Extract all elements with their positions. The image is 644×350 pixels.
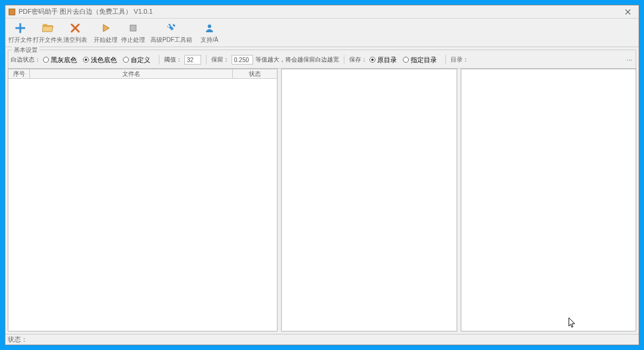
toolbar: 打开文件 打开文件夹 清空列表 xyxy=(5,19,639,47)
svg-rect-0 xyxy=(9,9,15,15)
margin-input[interactable]: 0.250 xyxy=(232,55,253,65)
status-bar: 状态： xyxy=(5,334,639,345)
radio-light-bg[interactable]: 浅色底色 xyxy=(83,56,117,65)
plus-icon xyxy=(14,22,27,35)
option-separator xyxy=(159,55,159,65)
start-button[interactable]: 开始处理 xyxy=(92,19,119,47)
svg-rect-3 xyxy=(130,25,136,31)
clear-all-button[interactable]: 清空列表 xyxy=(61,19,89,47)
app-icon xyxy=(8,8,16,16)
dir-label: 目录： xyxy=(451,56,469,64)
options-legend: 基本设置 xyxy=(12,46,39,54)
window-close-button[interactable] xyxy=(620,7,636,17)
add-folder-button[interactable]: 打开文件夹 xyxy=(34,19,61,47)
clear-all-label: 清空列表 xyxy=(63,36,87,44)
threshold-label: 阈值： xyxy=(164,56,182,64)
app-window: PDF密码助手 图片去白边（免费工具） V1.0.1 打开文件 打开文件夹 xyxy=(5,5,639,345)
radio-custom-label: 自定义 xyxy=(131,56,150,65)
stop-icon xyxy=(127,22,140,35)
browse-more-button[interactable]: ··· xyxy=(627,56,632,63)
radio-dark-bg-label: 黑灰底色 xyxy=(51,56,77,65)
radio-specify-dir[interactable]: 指定目录 xyxy=(403,56,437,65)
radio-dot-selected-icon xyxy=(83,57,89,63)
advanced-tools-label: 高级PDF工具箱 xyxy=(150,36,192,44)
options-fieldset: 基本设置 白边状态： 黑灰底色 浅色底色 自定义 阈值： 32 xyxy=(8,50,636,69)
add-folder-label: 打开文件夹 xyxy=(33,36,63,44)
margin-label: 保留： xyxy=(211,56,229,64)
support-button[interactable]: 支持/À xyxy=(196,19,223,47)
radio-same-dir-label: 原目录 xyxy=(377,56,397,65)
radio-dot-icon xyxy=(43,57,49,63)
radio-dot-icon xyxy=(123,57,129,63)
col-filename[interactable]: 文件名 xyxy=(30,69,233,78)
radio-dot-selected-icon xyxy=(369,57,375,63)
file-list-panel: 序号 文件名 状态 xyxy=(8,69,278,331)
folder-open-icon xyxy=(41,22,54,35)
stop-button[interactable]: 停止处理 xyxy=(119,19,147,47)
stop-label: 停止处理 xyxy=(121,36,145,44)
option-separator xyxy=(344,55,344,65)
start-label: 开始处理 xyxy=(94,36,118,44)
clear-icon xyxy=(69,22,82,35)
tools-icon xyxy=(165,22,178,35)
person-icon xyxy=(203,22,216,35)
add-file-label: 打开文件 xyxy=(8,36,32,44)
margin-note: 等值越大，将会越保留白边越宽 xyxy=(255,56,339,64)
svg-point-4 xyxy=(208,24,211,28)
table-body[interactable] xyxy=(8,79,277,331)
threshold-input[interactable]: 32 xyxy=(184,55,201,65)
col-index[interactable]: 序号 xyxy=(8,69,30,78)
radio-light-bg-label: 浅色底色 xyxy=(91,56,117,65)
play-icon xyxy=(99,22,112,35)
output-label: 保存： xyxy=(349,56,367,64)
preview-after-panel xyxy=(461,69,637,331)
titlebar: PDF密码助手 图片去白边（免费工具） V1.0.1 xyxy=(5,5,639,19)
radio-dot-icon xyxy=(403,57,409,63)
radio-specify-dir-label: 指定目录 xyxy=(411,56,437,65)
radio-same-dir[interactable]: 原目录 xyxy=(369,56,397,65)
col-status[interactable]: 状态 xyxy=(233,69,277,78)
window-title: PDF密码助手 图片去白边（免费工具） V1.0.1 xyxy=(19,7,620,16)
add-file-button[interactable]: 打开文件 xyxy=(7,19,34,47)
preview-before-panel xyxy=(281,69,457,331)
table-header: 序号 文件名 状态 xyxy=(8,69,277,79)
whitemode-label: 白边状态： xyxy=(11,56,41,64)
radio-dark-bg[interactable]: 黑灰底色 xyxy=(43,56,77,65)
option-separator xyxy=(445,55,446,65)
options-row: 白边状态： 黑灰底色 浅色底色 自定义 阈值： 32 保留： 0. xyxy=(11,54,633,66)
work-area: 序号 文件名 状态 xyxy=(5,69,639,334)
desktop-background: PDF密码助手 图片去白边（免费工具） V1.0.1 打开文件 打开文件夹 xyxy=(0,0,644,350)
status-label: 状态： xyxy=(8,335,27,344)
radio-custom[interactable]: 自定义 xyxy=(123,56,150,65)
option-separator xyxy=(206,55,207,65)
advanced-tools-button[interactable]: 高级PDF工具箱 xyxy=(150,19,193,47)
support-label: 支持/À xyxy=(201,36,218,44)
